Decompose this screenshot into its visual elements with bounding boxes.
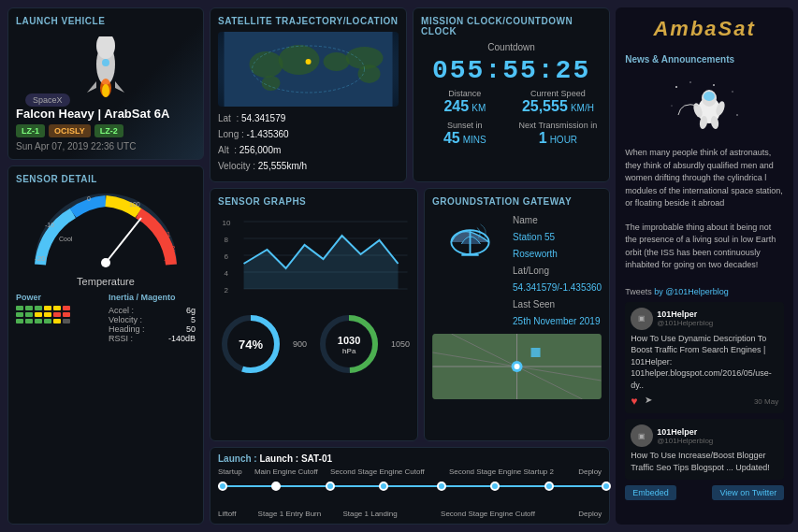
astronaut-icon	[667, 78, 742, 134]
tweet-handle-1: @101Helperblog	[657, 319, 713, 327]
sunset-stat: Sunset in 45 MINS	[421, 121, 509, 147]
speed-stat: Current Speed 25,555 KM/H	[515, 89, 602, 115]
distance-label: Distance	[421, 89, 509, 98]
center-column: Satellite Trajectory/Location	[210, 7, 610, 525]
gs-latlong: 54.341579/-1.435360	[513, 280, 602, 296]
share-icon[interactable]: ➤	[645, 395, 652, 408]
timeline-dot-1	[218, 482, 227, 491]
left-column: Launch Vehicle SpaceX	[7, 7, 204, 525]
power-bars	[16, 306, 103, 324]
svg-point-23	[262, 76, 281, 91]
dish-icon	[444, 212, 496, 264]
launch-badges: LZ-1 OCISLY LZ-2	[16, 124, 196, 137]
power-inertia-section: Power Inertia / Magento	[16, 293, 196, 343]
svg-point-55	[732, 91, 733, 93]
timeline-track	[218, 478, 602, 506]
embed-button[interactable]: Embeded	[625, 485, 676, 500]
timeline-top-labels: Startup Main Engine Cutoff Second Stage …	[218, 467, 602, 476]
sensor-graphs-panel: Sensor Graphs 10 8 6 4 2	[210, 188, 418, 441]
svg-point-60	[704, 92, 715, 101]
sensor-detail-title: Sensor Detail	[16, 174, 196, 184]
tweets-by: by @101Helperblog	[654, 287, 729, 296]
mission-clock-title: Mission Clock/Countdown Clock	[421, 16, 602, 36]
temperature-label: Temperature	[77, 276, 135, 287]
transmission-label: Next Transmission in	[515, 121, 602, 130]
news-text-1: When many people think of astronauts, th…	[625, 147, 784, 210]
gauge-circles: 74% 900 1030	[218, 311, 410, 377]
badge-lz1: LZ-1	[16, 124, 45, 137]
svg-text:-20: -20	[35, 254, 46, 263]
timeline-dot-8	[602, 482, 611, 491]
sunset-val: 45	[443, 130, 460, 146]
tweet-avatar-2: ▣	[631, 424, 653, 447]
distance-unit: KM	[472, 103, 486, 113]
gs-info: Name Station 55 Roseworth Lat/Long 54.34…	[513, 212, 602, 330]
timeline-dot-2	[271, 482, 281, 491]
tweet-actions-1: ♥ ➤	[631, 395, 652, 408]
countdown-label: Countdown	[421, 42, 602, 52]
humidity-val: 74%	[239, 338, 263, 352]
svg-point-24	[306, 59, 312, 65]
power-label: Power	[16, 293, 103, 302]
svg-point-18	[250, 51, 283, 78]
tweet-date-1: 30 May	[754, 397, 778, 406]
news-title: News & Announcements	[625, 54, 784, 65]
sunset-label: Sunset in	[421, 121, 509, 130]
ambasat-title: AmbaSat	[625, 17, 784, 41]
sat-velocity: 25,555km/h	[258, 161, 307, 171]
groundstation-title: Groundstation Gateway	[432, 196, 602, 207]
sat-long: -1.435360	[247, 129, 289, 139]
tweet-avatar-1: ▣	[631, 308, 653, 330]
sensor-graphs-title: Sensor Graphs	[218, 196, 410, 207]
svg-line-7	[106, 218, 141, 263]
right-column: AmbaSat News & Announcements	[616, 7, 793, 525]
sat-coords: Lat : 54.341579 Long : -1.435360 Alt : 2…	[218, 110, 399, 174]
svg-point-56	[672, 105, 673, 106]
tweet-name-2: 101Helper	[657, 427, 713, 437]
pressure-val: 1030 hPa	[338, 333, 360, 355]
svg-text:+3: +3	[164, 256, 173, 265]
svg-point-57	[736, 114, 738, 116]
speed-label: Current Speed	[515, 89, 602, 98]
pressure-range-high: 1050	[391, 339, 410, 349]
countdown-time: 055:55:25	[421, 56, 602, 85]
twitter-footer: Embeded View on Twitter	[625, 485, 784, 500]
timeline-dot-5	[437, 482, 446, 491]
groundstation-panel: Groundstation Gateway	[424, 188, 610, 441]
tweet-text-1: How To Use Dynamic Description To Boost …	[631, 333, 778, 392]
sensor-detail-panel: Sensor Detail -20 -10 0	[7, 165, 204, 525]
tweet-name-1: 101Helper	[657, 309, 713, 319]
svg-marker-4	[115, 81, 124, 93]
svg-text:+2: +2	[167, 244, 176, 252]
badge-ocisly: OCISLY	[49, 124, 91, 137]
temp-gauge-svg: -20 -10 0 100 +1 +2 +3 Cool	[31, 190, 181, 274]
svg-text:100: 100	[129, 201, 140, 208]
svg-point-2	[102, 59, 109, 66]
speed-unit: KM/H	[571, 103, 594, 113]
tweet-user-1: ▣ 101Helper @101Helperblog	[631, 308, 778, 330]
sat-lat: 54.341579	[241, 113, 285, 123]
satellite-panel: Satellite Trajectory/Location	[210, 7, 407, 182]
satellite-map	[218, 32, 399, 107]
view-on-twitter-button[interactable]: View on Twitter	[712, 485, 784, 500]
sat-alt: 256,000m	[239, 145, 281, 155]
tweet-text-2: How To Use Increase/Boost Blogger Traffi…	[631, 450, 778, 473]
svg-point-20	[324, 52, 350, 71]
svg-text:+1: +1	[162, 230, 171, 238]
svg-point-54	[713, 84, 715, 86]
svg-text:8: 8	[225, 236, 229, 244]
timeline-dot-4	[379, 482, 388, 491]
timeline-dot-7	[544, 482, 554, 491]
launch-vehicle-panel: Launch Vehicle SpaceX	[7, 7, 204, 160]
rocket-icon	[82, 36, 129, 102]
gs-map-svg	[432, 334, 602, 399]
svg-text:4: 4	[225, 269, 229, 278]
gs-lastseen: 25th November 2019	[513, 313, 602, 330]
pressure-range: 900	[293, 339, 307, 349]
heart-icon[interactable]: ♥	[631, 395, 637, 408]
svg-text:Cool: Cool	[59, 236, 73, 242]
gs-content: Name Station 55 Roseworth Lat/Long 54.34…	[432, 212, 602, 330]
gs-station-name: Station 55 Roseworth	[513, 229, 602, 263]
svg-point-52	[675, 86, 677, 88]
distance-stat: Distance 245 KM	[421, 89, 509, 115]
